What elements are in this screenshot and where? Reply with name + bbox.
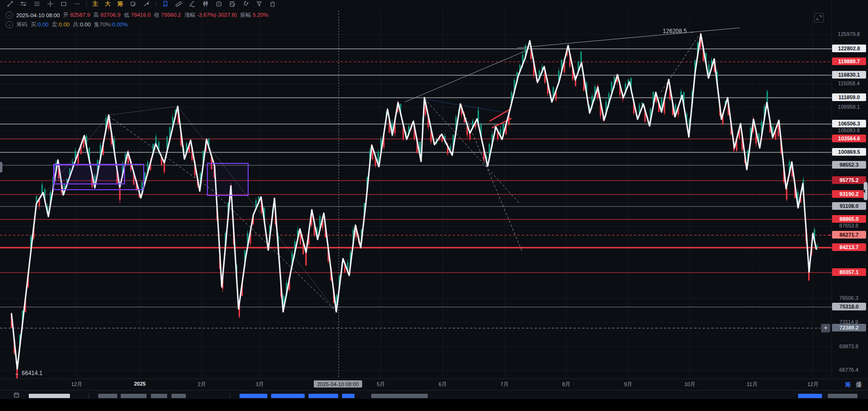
high-label: 高 — [93, 12, 99, 18]
price-level-label[interactable]: 116830.1 — [832, 71, 866, 79]
delete-icon[interactable] — [268, 0, 277, 8]
horizontal-segments-icon[interactable] — [19, 0, 28, 8]
left-panel-handle[interactable] — [0, 162, 2, 172]
concentration-value: 0.00% — [112, 22, 128, 27]
time-axis-month[interactable]: 3月 — [245, 381, 274, 388]
price-tick: 69873.8 — [832, 343, 866, 349]
bottom-bar-item[interactable] — [151, 394, 167, 398]
high-value: 82706.9 — [101, 12, 121, 18]
parallel-lines-icon[interactable] — [33, 0, 41, 8]
time-axis-month[interactable]: 5月 — [366, 381, 395, 388]
price-level-label[interactable]: 84213.7 — [832, 243, 866, 251]
selected-date-label[interactable]: 2025-04-10 08:00 — [314, 380, 362, 388]
right-panel-handle[interactable] — [864, 182, 868, 200]
chips-title: 筹码 — [16, 21, 27, 28]
time-axis-month[interactable]: 6月 — [428, 381, 457, 388]
buy-value: 0.00 — [38, 22, 48, 27]
marker-line-icon[interactable] — [142, 0, 151, 8]
bookmark-icon[interactable] — [161, 0, 170, 8]
price-tick: 66776.4 — [832, 367, 866, 373]
trend-line-icon[interactable] — [6, 0, 14, 8]
bottom-bar-item[interactable] — [342, 394, 354, 398]
price-level-label[interactable]: 103564.6 — [832, 135, 866, 142]
time-axis-month[interactable]: 8月 — [552, 381, 581, 388]
mores-icon[interactable] — [73, 0, 81, 8]
change-value: -3.67%(-3027.8) — [197, 12, 237, 18]
price-level-label[interactable]: 95775.2 — [832, 176, 866, 184]
candles-icon[interactable] — [201, 0, 210, 8]
current-price-dash — [828, 235, 831, 236]
close-label: 收 — [154, 12, 160, 18]
bottom-bar-item[interactable] — [798, 394, 822, 398]
fullscreen-icon[interactable] — [814, 13, 824, 23]
amplitude-label: 振幅 — [240, 12, 251, 18]
sell-value: 0.00 — [59, 22, 69, 27]
price-level-label[interactable]: 75318.0 — [832, 303, 866, 310]
toolbar-separator — [156, 1, 156, 7]
price-level-label[interactable]: 91108.0 — [832, 202, 866, 210]
total-label: 共: — [73, 22, 80, 27]
calendar-icon[interactable] — [13, 392, 20, 398]
ruler-icon[interactable] — [174, 0, 183, 8]
price-level-label[interactable]: 106506.3 — [832, 120, 866, 127]
bottom-bar-item[interactable] — [828, 394, 857, 398]
notes-icon[interactable] — [228, 0, 237, 8]
bottom-bar-item[interactable] — [240, 394, 267, 398]
current-price-label[interactable]: 86271.7 — [832, 231, 866, 239]
svg-text:← 66414.1: ← 66414.1 — [14, 370, 43, 377]
rectangle-icon[interactable] — [59, 0, 68, 8]
amplitude-value: 5.20% — [252, 12, 268, 18]
time-axis-month[interactable]: 7月 — [490, 381, 519, 388]
bottom-bar-item — [230, 393, 230, 399]
bottom-bar-item[interactable] — [308, 394, 338, 398]
price-tick: 125979.8 — [832, 31, 866, 37]
price-level-label[interactable]: 72389.2 — [832, 324, 866, 331]
time-axis-month[interactable]: 2月 — [187, 381, 216, 388]
burst-axis-button[interactable]: 爆 — [856, 381, 862, 389]
collapse-chevron-icon[interactable]: ⌄ — [6, 11, 13, 19]
add-alert-plus-button[interactable]: + — [821, 324, 830, 332]
bar-datetime: 2025-04-10 08:00 — [16, 12, 60, 18]
time-axis-month[interactable]: 2025 — [126, 381, 154, 387]
lock-icon[interactable] — [215, 0, 223, 8]
time-axis-month[interactable]: 12月 — [62, 381, 91, 388]
change-label: 涨幅 — [184, 12, 195, 18]
ohlc-info-row: ⌄ 2025-04-10 08:00 开 82587.9 高 82706.9 低… — [6, 11, 268, 19]
concentration-label: 集70%: — [94, 22, 112, 27]
chips-button[interactable]: 筹 — [116, 0, 124, 8]
main-chart-button[interactable]: 主 — [91, 0, 99, 8]
price-level-label[interactable]: 119889.7 — [832, 57, 866, 65]
price-tick: 87653.8 — [832, 223, 866, 228]
brush-icon[interactable] — [188, 0, 196, 8]
price-level-label[interactable]: 80357.1 — [832, 268, 866, 276]
bottom-bar-item[interactable] — [98, 394, 117, 398]
bottom-bar-item[interactable] — [371, 394, 428, 398]
time-axis-month[interactable]: 12月 — [799, 381, 827, 388]
bottom-bar-item[interactable] — [29, 394, 70, 398]
time-axis-month[interactable]: 10月 — [675, 381, 704, 388]
eraser-icon[interactable] — [129, 0, 137, 8]
time-axis-month[interactable]: 9月 — [614, 381, 642, 388]
bottom-bar-item[interactable] — [171, 394, 186, 398]
collapse-chevron-icon[interactable]: ⌄ — [6, 21, 13, 28]
price-level-label[interactable]: 98552.3 — [832, 161, 866, 169]
price-level-label[interactable]: 111859.0 — [832, 93, 866, 101]
chips-axis-button[interactable]: 筹 — [845, 381, 851, 389]
big-chart-button[interactable]: 大 — [104, 0, 112, 8]
price-level-label[interactable]: 88865.0 — [832, 215, 866, 223]
bottom-indicator-bar — [0, 390, 868, 400]
drawing-toolbar: 主大筹 — [0, 0, 868, 8]
time-axis[interactable]: 2025-04-10 08:00 筹 爆 12月20252月3月5月6月7月8月… — [0, 378, 868, 390]
low-value: 78416.0 — [131, 12, 151, 18]
total-value: 0.00 — [80, 22, 91, 27]
bottom-bar-item[interactable] — [121, 394, 147, 398]
cross-line-icon[interactable] — [46, 0, 55, 8]
price-level-label[interactable]: 122802.8 — [832, 45, 866, 52]
price-tick: 105083.8 — [832, 127, 866, 133]
candlestick-chart[interactable]: 126208.5 →← 66414.1 — [0, 0, 868, 411]
time-axis-month[interactable]: 11月 — [738, 381, 766, 388]
bottom-bar-item[interactable] — [271, 394, 305, 398]
magnet-icon[interactable] — [241, 0, 250, 8]
filter-icon[interactable] — [255, 0, 263, 8]
price-level-label[interactable]: 100869.5 — [832, 148, 866, 156]
